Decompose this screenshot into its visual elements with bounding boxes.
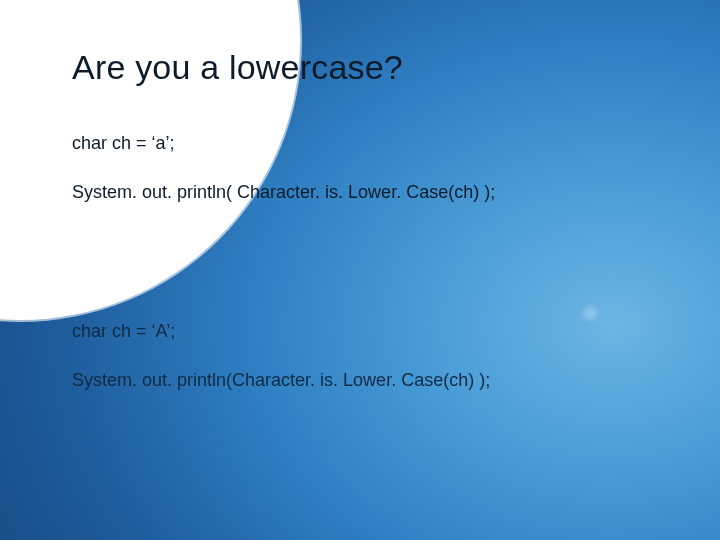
code-block1-line1: char ch = ‘a’; — [72, 133, 672, 154]
code-block1-line2: System. out. println( Character. is. Low… — [72, 182, 672, 203]
code-block2-line2: System. out. println(Character. is. Lowe… — [72, 370, 672, 391]
slide-title: Are you a lowercase? — [72, 48, 672, 87]
slide-content: Are you a lowercase? char ch = ‘a’; Syst… — [72, 48, 672, 419]
slide: Are you a lowercase? char ch = ‘a’; Syst… — [0, 0, 720, 540]
code-block2-line1: char ch = ‘A’; — [72, 321, 672, 342]
spacer — [72, 231, 672, 321]
